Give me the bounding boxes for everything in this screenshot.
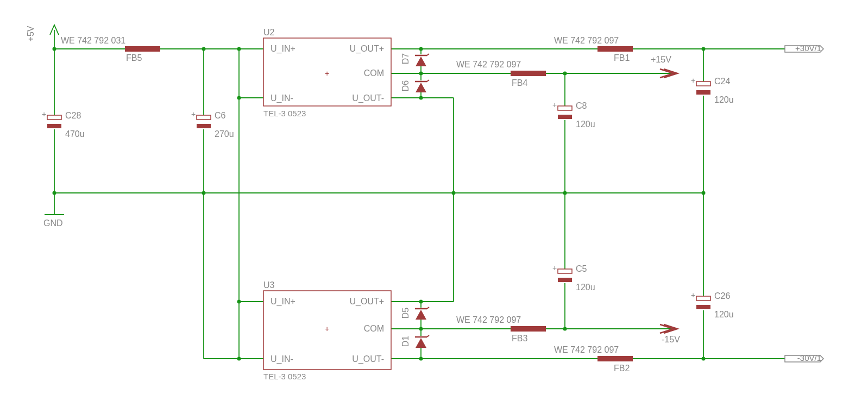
svg-rect-81 (696, 90, 710, 95)
u3-inn: U_IN- (271, 354, 293, 364)
net-minus15v: -15V (660, 324, 680, 344)
svg-point-52 (237, 357, 241, 361)
svg-marker-91 (416, 57, 426, 66)
d6-name: D6 (401, 80, 410, 92)
offpage-m30v: -30V/1 (785, 353, 823, 362)
d7-name: D7 (401, 53, 410, 65)
fb3-name: FB3 (512, 334, 527, 343)
ic-u3: U3 TEL-3 0523 U_IN+ U_IN- U_OUT+ COM U_O… (263, 280, 391, 381)
c24-value: 120u (714, 95, 734, 104)
svg-rect-80 (696, 82, 710, 86)
c8-value: 120u (576, 120, 595, 129)
cap-c8: + C8 120u (552, 101, 595, 129)
c5-value: 120u (576, 283, 595, 292)
svg-text:+: + (552, 264, 557, 272)
diode-d7: D7 (401, 53, 429, 66)
svg-point-65 (702, 357, 706, 361)
svg-marker-95 (416, 310, 426, 320)
svg-point-50 (237, 96, 241, 100)
schematic-canvas: +5V GND WE 742 792 031 FB5 WE 742 792 09… (0, 0, 868, 400)
svg-rect-72 (47, 124, 61, 128)
svg-rect-87 (696, 305, 710, 309)
svg-rect-86 (696, 296, 710, 301)
svg-text:+: + (191, 110, 196, 118)
u2-plus: + (325, 69, 329, 78)
c6-name: C6 (215, 111, 226, 120)
label-plus15v: +15V (651, 55, 671, 64)
u3-plus: + (325, 324, 329, 333)
u2-inn: U_IN- (271, 93, 293, 103)
svg-point-45 (53, 47, 56, 51)
svg-rect-84 (558, 278, 572, 282)
svg-point-46 (202, 47, 206, 51)
fb5-name: FB5 (126, 53, 142, 62)
svg-point-55 (419, 96, 423, 100)
d5-name: D5 (401, 308, 410, 319)
u3-com: COM (364, 324, 384, 333)
net-plus5v: +5V (26, 25, 59, 41)
svg-rect-70 (597, 356, 633, 361)
c6-value: 270u (215, 129, 234, 139)
svg-rect-83 (558, 269, 572, 273)
u2-model: TEL-3 0523 (263, 109, 306, 118)
svg-rect-68 (597, 46, 633, 52)
fb1-name: FB1 (614, 53, 630, 62)
cap-c24: + C24 120u (691, 76, 734, 104)
fb3-part: WE 742 792 097 (456, 315, 521, 324)
c24-name: C24 (714, 77, 730, 86)
svg-point-58 (563, 191, 567, 195)
fb2-name: FB2 (614, 364, 630, 373)
svg-point-59 (702, 47, 706, 51)
svg-text:+: + (691, 291, 695, 299)
d1-name: D1 (401, 336, 410, 347)
label-m30v: -30V/1 (797, 353, 821, 362)
cap-c5: + C5 120u (552, 264, 595, 292)
c8-name: C8 (576, 101, 587, 110)
offpage-p30v: +30V/1 (785, 43, 823, 53)
svg-point-48 (53, 191, 56, 195)
diode-d6: D6 (401, 80, 429, 92)
fb2-part: WE 742 792 097 (554, 345, 619, 354)
svg-text:+: + (552, 101, 557, 109)
svg-text:+: + (691, 76, 695, 85)
label-minus15v: -15V (662, 335, 680, 344)
fb1-part: WE 742 792 097 (554, 36, 619, 45)
u3-inp: U_IN+ (271, 297, 295, 307)
c28-name: C28 (65, 111, 81, 120)
svg-rect-77 (558, 106, 572, 110)
u2-inp: U_IN+ (271, 44, 295, 54)
svg-point-62 (419, 327, 423, 331)
u2-ref: U2 (263, 28, 275, 37)
svg-point-61 (419, 300, 423, 304)
u3-model: TEL-3 0523 (263, 372, 306, 381)
u3-outp: U_OUT+ (349, 297, 384, 307)
c26-name: C26 (714, 291, 730, 301)
u3-outn: U_OUT- (352, 354, 384, 364)
svg-rect-71 (47, 115, 61, 120)
svg-rect-78 (558, 115, 572, 119)
svg-point-63 (419, 357, 423, 361)
label-gnd: GND (43, 218, 63, 228)
svg-point-51 (237, 300, 241, 304)
c28-value: 470u (65, 129, 85, 139)
svg-rect-67 (511, 71, 546, 76)
u2-outp: U_OUT+ (349, 44, 384, 54)
label-plus5v: +5V (26, 26, 35, 41)
svg-point-60 (702, 191, 706, 195)
u2-com: COM (364, 68, 384, 78)
svg-marker-93 (416, 83, 426, 92)
svg-rect-75 (197, 124, 211, 128)
fb4-part: WE 742 792 097 (456, 60, 521, 69)
svg-rect-74 (197, 115, 211, 120)
fb5-part: WE 742 792 031 (61, 36, 125, 45)
diode-d5: D5 (401, 307, 429, 320)
label-p30v: +30V/1 (795, 43, 821, 53)
cap-c6: + C6 270u (191, 110, 234, 139)
svg-point-47 (237, 47, 241, 51)
svg-rect-69 (511, 326, 546, 332)
svg-point-64 (563, 327, 567, 331)
ic-u2: U2 TEL-3 0523 U_IN+ U_IN- U_OUT+ COM U_O… (263, 28, 391, 118)
cap-c28: + C28 470u (42, 110, 85, 139)
u2-outn: U_OUT- (352, 93, 384, 103)
svg-rect-66 (125, 46, 160, 52)
